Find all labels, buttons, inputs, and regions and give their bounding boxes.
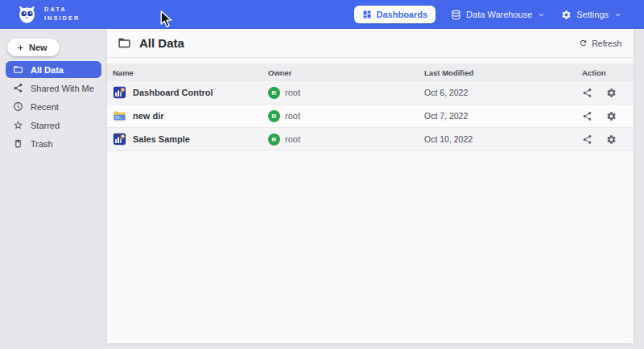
app-header: DATA INSIDER Dashboards Data Warehouse S… [0,0,644,29]
row-name: Sales Sample [133,134,190,144]
row-actions [582,111,634,121]
table-row[interactable]: Dashboard Control R root Oct 6, 2022 [107,81,634,105]
refresh-icon [579,39,588,47]
gear-icon [606,88,617,98]
app-name-line2: INSIDER [44,14,80,23]
folder-icon [13,64,23,75]
owner-name: root [285,88,300,97]
nav-settings-menu[interactable]: Settings [561,10,622,20]
star-icon [13,120,23,130]
sidebar-item-recent[interactable]: Recent [6,98,101,115]
gear-icon [561,10,572,20]
sidebar: New All Data Shared With Me Recent Starr… [0,29,107,349]
nav-data-warehouse-menu[interactable]: Data Warehouse [451,10,546,20]
app-logo: DATA INSIDER [0,5,80,25]
nav-settings-label: Settings [576,10,609,19]
column-header-name: Name [113,68,268,77]
new-button-label: New [29,43,47,52]
column-header-last-modified: Last Modified [424,68,582,77]
owner-avatar: R [268,87,280,99]
row-last-modified: Oct 6, 2022 [424,88,582,97]
row-settings-button[interactable] [606,111,617,121]
share-icon [582,111,592,121]
row-name: Dashboard Control [133,88,213,97]
sidebar-item-shared-with-me[interactable]: Shared With Me [6,80,101,96]
row-name-cell[interactable]: new dir [113,109,268,122]
trash-icon [13,138,23,149]
gear-icon [606,134,617,145]
row-owner-cell: R root [268,87,424,99]
row-settings-button[interactable] [606,134,617,145]
table-row[interactable]: new dir R root Oct 7, 2022 [107,105,634,128]
column-header-action: Action [582,68,634,77]
chevron-down-icon [537,10,546,19]
dashboard-file-icon [113,86,126,99]
sidebar-item-trash[interactable]: Trash [6,135,101,152]
table-header-row: Name Owner Last Modified Action [107,64,634,81]
app-name-line1: DATA [44,6,80,14]
sidebar-item-starred[interactable]: Starred [6,117,101,133]
sidebar-item-all-data[interactable]: All Data [6,61,101,78]
row-last-modified: Oct 7, 2022 [424,111,582,121]
row-last-modified: Oct 10, 2022 [424,134,582,144]
share-icon [582,88,592,98]
owl-logo-icon [17,5,37,25]
app-name: DATA INSIDER [44,6,80,23]
database-icon [451,10,461,20]
new-button[interactable]: New [7,39,60,56]
owner-name: root [285,111,300,121]
row-name-cell[interactable]: Sales Sample [113,133,268,146]
page-title: All Data [139,36,184,50]
folder-color-icon [113,109,126,122]
share-button[interactable] [582,134,592,145]
sidebar-item-label: All Data [31,65,64,75]
row-owner-cell: R root [268,133,424,146]
nav-dashboards-label: Dashboards [377,10,428,19]
row-name: new dir [133,111,164,121]
chevron-down-icon [613,10,622,19]
sidebar-item-label: Trash [31,139,53,149]
dashboards-icon [362,10,372,19]
gear-icon [606,111,617,121]
row-actions [582,134,634,145]
sidebar-item-label: Shared With Me [31,84,94,93]
owner-name: root [285,134,300,144]
share-icon [13,83,23,93]
dashboard-file-icon [113,133,126,146]
nav-data-warehouse-label: Data Warehouse [466,10,532,19]
share-icon [582,134,592,145]
table-row[interactable]: Sales Sample R root Oct 10, 2022 [107,128,634,151]
plus-icon [16,43,25,52]
data-table: Name Owner Last Modified Action Dashboar… [107,64,634,151]
header-nav: Dashboards Data Warehouse Settings [354,6,644,23]
main-content: All Data Refresh Name Owner Last Modifie… [107,29,634,343]
sidebar-menu: All Data Shared With Me Recent Starred T… [0,61,107,152]
sidebar-item-label: Recent [31,102,59,112]
refresh-label: Refresh [592,39,621,48]
folder-icon [118,36,131,50]
sidebar-item-label: Starred [31,121,60,130]
row-name-cell[interactable]: Dashboard Control [113,86,268,99]
owner-avatar: R [268,110,280,122]
column-header-owner: Owner [268,68,424,77]
share-button[interactable] [582,88,592,98]
refresh-button[interactable]: Refresh [579,39,621,48]
share-button[interactable] [582,111,592,121]
page-header: All Data Refresh [107,29,634,58]
clock-icon [13,101,23,112]
row-settings-button[interactable] [606,88,617,98]
owner-avatar: R [268,133,280,146]
nav-dashboards-button[interactable]: Dashboards [354,6,436,23]
row-owner-cell: R root [268,110,424,122]
row-actions [582,88,634,98]
